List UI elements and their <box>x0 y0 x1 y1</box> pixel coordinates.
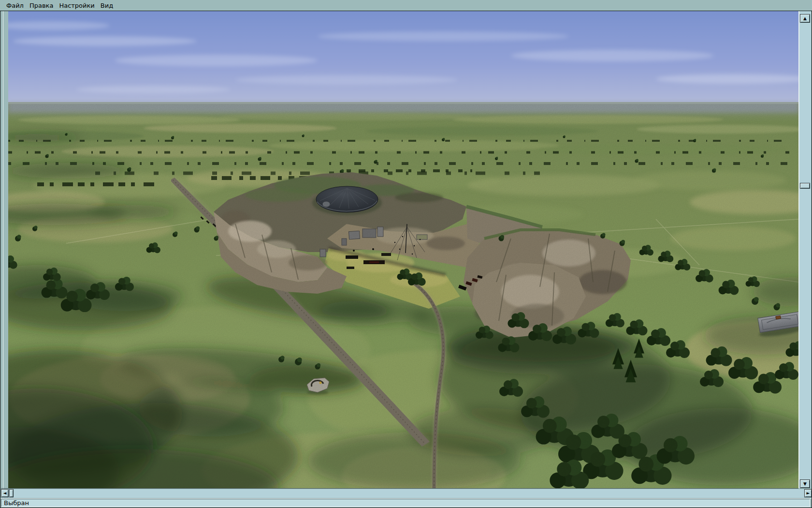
up-arrow-icon: ▲ <box>803 16 807 21</box>
sky <box>8 11 798 108</box>
horizontal-scrollbar[interactable]: ◄ ► <box>1 489 812 498</box>
scene-3d <box>8 11 798 488</box>
scroll-left-button[interactable]: ◄ <box>1 489 9 497</box>
viewport-3d[interactable] <box>8 11 798 488</box>
vertical-scrollbar[interactable]: ▲ ▼ <box>799 11 811 488</box>
down-arrow-icon: ▼ <box>803 482 807 486</box>
scroll-down-button[interactable]: ▼ <box>800 479 810 488</box>
statusbar: Выбран <box>1 499 810 507</box>
left-arrow-icon: ◄ <box>3 491 7 495</box>
menu-edit[interactable]: Правка <box>27 2 56 9</box>
right-arrow-icon: ► <box>807 491 810 495</box>
frame-highlight <box>3 11 3 498</box>
vertical-scroll-thumb[interactable] <box>800 183 810 189</box>
menu-file[interactable]: Файл <box>3 2 27 9</box>
scroll-right-button[interactable]: ► <box>804 489 812 497</box>
menu-view[interactable]: Вид <box>98 2 116 9</box>
viewport-edge <box>1 488 798 489</box>
status-text: Выбран <box>4 499 29 507</box>
scroll-up-button[interactable]: ▲ <box>800 14 810 23</box>
menubar: Файл Правка Настройки Вид <box>0 0 812 11</box>
window-border <box>0 11 0 508</box>
horizontal-scroll-thumb[interactable] <box>9 489 14 497</box>
menu-settings[interactable]: Настройки <box>56 2 97 9</box>
editor-window: Файл Правка Настройки Вид <box>0 0 812 508</box>
